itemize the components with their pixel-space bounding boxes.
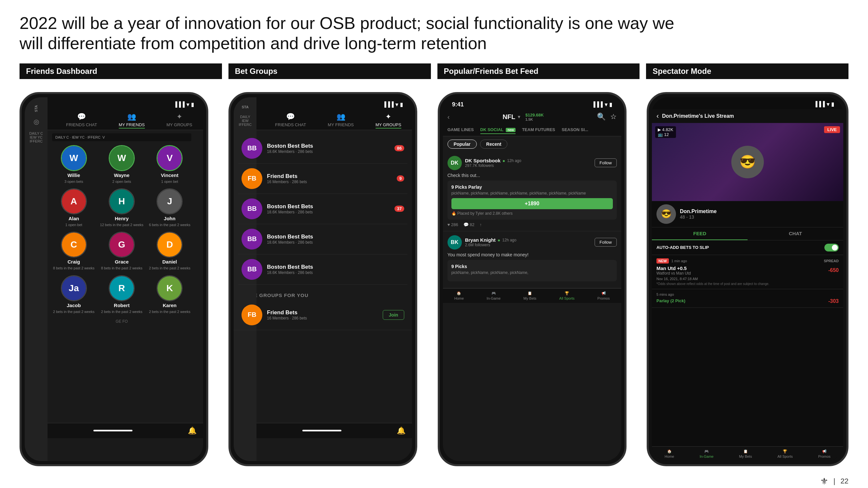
p4-nav-mybets[interactable]: 📋 My Bets	[739, 449, 752, 458]
allsports-icon: 🏆	[565, 291, 569, 295]
group-item-4[interactable]: BB Boston Best Bets 18.6K Members · 286 …	[238, 254, 407, 285]
friend-john-sub: 6 bets in the past 2 weeks	[149, 223, 190, 227]
bell-icon[interactable]: 🔔	[188, 426, 196, 435]
phone4-header: ‹ Don.Primetime's Live Stream	[652, 109, 843, 123]
phone2-nav-friends-chat[interactable]: 💬 FRIENDS CHAT	[275, 112, 306, 129]
phone3-time: 9:41	[452, 101, 464, 108]
friend-karen[interactable]: K Karen 2 bets in the past 2 weeks	[148, 275, 191, 314]
bet-disclaimer-0: *Odds shown above reflect odds at the ti…	[656, 282, 839, 286]
search-icon[interactable]: 🔍	[597, 112, 606, 121]
p4-nav-home[interactable]: 🏠 Home	[664, 449, 674, 458]
heart-icon[interactable]: ♥ 286	[447, 222, 458, 227]
back-icon[interactable]: ‹	[656, 112, 659, 120]
filter-recent[interactable]: Recent	[480, 139, 508, 149]
phone2-nav-my-friends[interactable]: 👥 MY FRIENDS	[328, 112, 354, 129]
tab-team-futures[interactable]: TEAM FUTURES	[522, 126, 555, 134]
tab-chat[interactable]: CHAT	[748, 227, 843, 240]
friend-grace[interactable]: G Grace 8 bets in the past 2 weeks	[100, 232, 143, 270]
phone2-nav-my-groups[interactable]: ✦ MY GROUPS	[376, 112, 401, 129]
friend-henry-name: Henry	[115, 216, 129, 221]
friend-grace-sub: 8 bets in the past 2 weeks	[101, 266, 142, 270]
p3-nav-allsports[interactable]: 🏆 All Sports	[559, 291, 575, 300]
p4-nav-promos[interactable]: 📢 Promos	[818, 449, 831, 458]
friend-craig[interactable]: C Craig 8 bets in the past 2 weeks	[52, 232, 95, 270]
footer-page-number: 22	[841, 477, 848, 485]
group-name-1: Friend Bets	[267, 173, 392, 180]
bet-match-name-0: Man Utd +0.5	[656, 265, 691, 271]
groups-icon: ✦	[177, 112, 182, 121]
friend-henry[interactable]: H Henry 12 bets in the past 2 weeks	[100, 188, 143, 227]
feed-username-0: DK Sportsbook	[465, 158, 501, 163]
share-icon[interactable]: ↑	[480, 222, 482, 227]
sidebar-sta: STA	[242, 105, 249, 109]
bet-date-0: Nov 16, 2021, 8:47:18 AM	[656, 277, 839, 281]
wifi-icon: ▾	[605, 101, 607, 108]
p4-nav-ingame[interactable]: 🎮 In-Game	[700, 449, 714, 458]
bell-icon[interactable]: 🔔	[397, 426, 405, 435]
tab-feed[interactable]: FEED	[652, 227, 748, 240]
phone2-groups-content: BB Boston Best Bets 18.6K Members · 286 …	[234, 130, 412, 423]
join-group-button[interactable]: Join	[383, 310, 405, 320]
friend-alan[interactable]: A Alan 1 open bet	[52, 188, 95, 227]
feed-bet-card-0: NEW 1 min ago SPREAD Man Utd +0.5 Watfor…	[652, 255, 843, 289]
group-item-1[interactable]: FB Friend Bets 16 Members · 286 bets 9	[238, 164, 407, 194]
feed-bet-card-1: 5 mins ago Parlay (2 Pick) -303	[652, 289, 843, 308]
friend-robert[interactable]: R Robert 2 bets in the past 2 weeks	[100, 275, 143, 314]
bet-match-detail-0: Watford vs Man Utd	[656, 271, 691, 275]
friend-jacob-sub: 2 bets in the past 2 weeks	[53, 310, 94, 314]
filter-popular[interactable]: Popular	[447, 139, 477, 149]
comment-icon[interactable]: 💬 82	[463, 222, 474, 227]
tab-game-lines[interactable]: GAME LINES	[447, 126, 474, 134]
group-item-2[interactable]: BB Boston Best Bets 18.6K Members · 286 …	[238, 194, 407, 224]
video-stream: ▶ 4.82K 📺 12 LIVE 😎	[652, 123, 843, 201]
p3-nav-ingame[interactable]: 🎮 In-Game	[487, 291, 501, 300]
friend-wayne[interactable]: W Wayne 2 open bets	[100, 145, 143, 184]
bet-card-picks-1: pickName, pickName, pickName, pickName,	[452, 270, 613, 275]
phone1-nav-my-friends[interactable]: 👥 MY FRIENDS	[119, 112, 145, 129]
group-badge-2: 37	[395, 206, 404, 212]
p3-nav-home[interactable]: 🏠 Home	[454, 291, 464, 300]
p4-nav-promos-label: Promos	[818, 455, 831, 458]
p3-nav-mybets[interactable]: 📋 My Bets	[523, 291, 536, 300]
friend-henry-sub: 12 bets in the past 2 weeks	[100, 223, 143, 227]
phone-bet-groups: 9:41 ▐▐▐ ▾ ▮ 👤 💬 FRIENDS CHAT 👥 M	[228, 92, 417, 466]
friend-jacob[interactable]: Ja Jacob 2 bets in the past 2 weeks	[52, 275, 95, 314]
group-avatar-2: BB	[242, 198, 262, 219]
p3-nav-promos[interactable]: 📢 Promos	[597, 291, 610, 300]
bet-odds-btn-0[interactable]: +1890	[452, 198, 613, 209]
phone2-nav-label-0: FRIENDS CHAT	[275, 122, 306, 127]
phone3-screen: 9:41 ▐▐▐ ▾ ▮ ‹ NFL ▾ $129.68K 1.5K	[443, 97, 621, 461]
home-icon: 🏠	[667, 449, 672, 454]
group-item-3[interactable]: BB Boston Best Bets 18.6K Members · 286 …	[238, 224, 407, 254]
phone1-nav-friends-chat[interactable]: 💬 FRIENDS CHAT	[66, 112, 97, 129]
auto-add-toggle[interactable]	[825, 244, 839, 252]
tab-season-si[interactable]: SEASON SI...	[562, 126, 588, 134]
friend-daniel[interactable]: D Daniel 2 bets in the past 2 weeks	[148, 232, 191, 270]
friend-vincent[interactable]: V Vincent 1 open bet	[148, 145, 191, 184]
groups-list: BB Boston Best Bets 18.6K Members · 286 …	[234, 130, 412, 288]
group-item-0[interactable]: BB Boston Best Bets 18.6K Members · 286 …	[238, 133, 407, 164]
group-name-4: Boston Best Bets	[267, 264, 404, 270]
bet-card-title-1: 9 Picks	[452, 264, 613, 269]
back-icon[interactable]: ‹	[447, 113, 450, 121]
nfl-selector[interactable]: NFL ▾ $129.68K 1.5K	[502, 112, 544, 121]
feed-item-0: DK DK Sportsbook ● 12h ago 297.7K follow…	[443, 152, 621, 231]
friend-willie[interactable]: W Willie 3 open bets	[52, 145, 95, 184]
signal-icon: ▐▐▐	[592, 101, 603, 107]
allsports-icon: 🏆	[783, 449, 787, 454]
follow-button-0[interactable]: Follow	[595, 158, 617, 167]
tab-dk-social[interactable]: DK SOCIAL new	[480, 126, 516, 134]
follow-button-1[interactable]: Follow	[595, 238, 617, 247]
phone2-nav-label-1: MY FRIENDS	[328, 122, 354, 127]
wifi-icon: ▾	[827, 101, 829, 107]
section-header-0: Friends Dashboard	[20, 63, 222, 79]
chat-icon: 💬	[77, 112, 86, 121]
more-group-item-0[interactable]: FB Friend Bets 16 Members · 286 bets Joi…	[234, 300, 412, 330]
star-icon[interactable]: ☆	[610, 112, 617, 121]
feed-time-0: 12h ago	[507, 158, 521, 163]
phone1-nav-my-groups[interactable]: ✦ MY GROUPS	[166, 112, 192, 129]
friend-john[interactable]: J John 6 bets in the past 2 weeks	[148, 188, 191, 227]
bet-card-title-0: 9 Picks Parlay	[452, 185, 613, 190]
p4-nav-allsports[interactable]: 🏆 All Sports	[777, 449, 793, 458]
bet-header-row-1: 5 mins ago	[656, 292, 839, 296]
